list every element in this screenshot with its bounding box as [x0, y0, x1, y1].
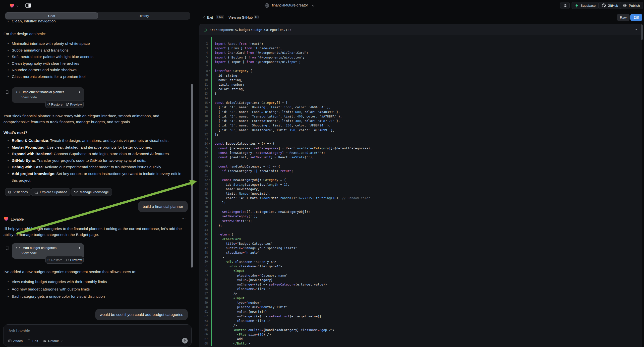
- list-item: Rounded corners and subtle shadows: [4, 67, 186, 74]
- code-line: 28: [200, 160, 642, 164]
- model-selector[interactable]: Default: [43, 339, 63, 343]
- chat-panel: Chat History Clean, intuitive navigation…: [0, 11, 194, 347]
- preview-button[interactable]: Preview: [66, 102, 82, 106]
- line-number: 40: [200, 214, 208, 218]
- code-line: 30 if (!newCategory || !newLimit) return…: [200, 168, 642, 173]
- line-number: 37: [200, 201, 208, 204]
- diff-added-gutter: [211, 173, 212, 178]
- fold-chevron-icon[interactable]: ▾: [208, 165, 211, 168]
- collapse-chevron-up-icon[interactable]: [634, 28, 638, 31]
- view-on-github-button[interactable]: View on GitHub: [228, 16, 253, 20]
- visit-docs-button[interactable]: Visit docs: [5, 188, 31, 196]
- restore-button[interactable]: ↺Restore: [47, 102, 62, 106]
- tab-history[interactable]: History: [98, 12, 190, 19]
- code-line: 34 name: newCategory,: [200, 187, 642, 191]
- file-header[interactable]: src/components/budget/BudgetCategories.t…: [200, 24, 642, 35]
- line-number: 33: [200, 183, 208, 186]
- raw-toggle-button[interactable]: Raw: [617, 14, 630, 21]
- project-name[interactable]: financial-future-creator: [272, 3, 308, 7]
- list-item: Minimalist interface with plenty of whit…: [4, 40, 186, 47]
- line-number: 16: [200, 106, 208, 109]
- bookmark-icon[interactable]: [5, 90, 9, 94]
- line-number: 22: [200, 133, 208, 136]
- code-line: 57 />: [200, 291, 642, 296]
- code-line: 36 color: '#' + Math.floor(Math.random()…: [200, 196, 642, 200]
- settings-button[interactable]: [560, 2, 570, 9]
- lovable-logo-icon[interactable]: [9, 3, 15, 8]
- line-number: 39: [200, 210, 208, 214]
- code-line: 59 type="number": [200, 300, 642, 305]
- message-menu-button[interactable]: ...: [182, 215, 186, 220]
- code-line: 25 const [categories, setCategories] = R…: [200, 146, 642, 150]
- fold-chevron-icon[interactable]: ▾: [208, 142, 211, 144]
- assistant-paragraph: I'll help you add budget categories to t…: [4, 226, 185, 238]
- code-line: 53 placeholder="Category name": [200, 273, 642, 278]
- line-number: 23: [200, 138, 208, 141]
- attach-button[interactable]: Attach: [8, 339, 23, 343]
- code-line: 52 <Input: [200, 268, 642, 273]
- code-line: 32▾ const newCategoryObj: Category = {: [200, 178, 642, 182]
- fold-chevron-icon[interactable]: ▾: [208, 102, 211, 104]
- line-number: 67: [200, 337, 208, 341]
- back-chevron-icon[interactable]: [202, 16, 206, 19]
- edit-mode-button[interactable]: Edit: [27, 339, 38, 343]
- line-number: 8: [200, 69, 208, 73]
- list-item: Add new budget categories with custom li…: [4, 286, 186, 293]
- fold-chevron-icon[interactable]: ▾: [208, 179, 211, 181]
- send-button[interactable]: [182, 338, 188, 344]
- line-number: 29: [200, 164, 208, 168]
- code-line: 3import { Plus } from 'lucide-react';: [200, 46, 642, 50]
- line-number: 3: [200, 46, 208, 50]
- globe-icon: [623, 4, 627, 8]
- line-number: 48: [200, 251, 208, 254]
- publish-button[interactable]: Publish: [620, 2, 643, 9]
- list-item: Each category gets a unique color for vi…: [4, 293, 186, 300]
- line-number: 60: [200, 306, 208, 309]
- chat-composer[interactable]: Ask Lovable... Attach Edit Default: [3, 324, 192, 346]
- code-scrollbar-thumb[interactable]: [641, 24, 643, 40]
- explore-supabase-button[interactable]: Explore Supabase: [31, 188, 70, 196]
- chat-scrollbar-thumb[interactable]: [191, 84, 193, 268]
- line-number: 1: [200, 37, 208, 41]
- code-line: 10 name: string;: [200, 78, 642, 82]
- code-line: 9 id: string;: [200, 73, 642, 78]
- line-number: 38: [200, 205, 208, 209]
- diff-added-gutter: [211, 160, 212, 164]
- exit-button[interactable]: Exit: [207, 16, 213, 20]
- line-number: 24: [200, 142, 208, 145]
- tab-chat[interactable]: Chat: [6, 12, 98, 19]
- manage-knowledge-button[interactable]: Manage knowledge: [71, 188, 112, 196]
- supabase-button[interactable]: Supabase: [572, 2, 599, 9]
- line-number: 42: [200, 224, 208, 227]
- code-line: 46 title="Budget Categories": [200, 241, 642, 246]
- project-globe-icon: [264, 3, 270, 8]
- list-item: Glass-morphic elements for a premium fee…: [4, 74, 186, 80]
- line-number: 10: [200, 78, 208, 82]
- preview-button[interactable]: Preview: [66, 258, 82, 262]
- version-card-actions: ↺Restore Preview: [45, 256, 84, 264]
- lovable-avatar: [3, 216, 9, 222]
- list-item: Refine & Customize: Tweak the design, an…: [4, 138, 186, 144]
- diff-added-gutter: [211, 205, 212, 209]
- chevron-right-icon: [78, 90, 81, 94]
- code-line: 15▾const defaultCategories: Category[] =…: [200, 100, 642, 105]
- code-line: 23: [200, 137, 642, 142]
- fold-chevron-icon[interactable]: ▾: [208, 70, 211, 72]
- project-chevron-down-icon[interactable]: [312, 4, 315, 8]
- code-line: 35 limit: Number(newLimit),: [200, 192, 642, 196]
- view-code-link[interactable]: View code: [12, 94, 84, 99]
- logo-chevron-down-icon[interactable]: [16, 4, 19, 8]
- line-number: 55: [200, 283, 208, 286]
- toggle-sidebar-icon[interactable]: [25, 2, 31, 9]
- diff-toggle-button[interactable]: Diff: [630, 14, 642, 21]
- view-code-link[interactable]: View code: [12, 250, 84, 255]
- code-brackets-icon: < >: [16, 90, 20, 94]
- code-line: 50 <div className="space-y-6">: [200, 260, 642, 264]
- code-editor[interactable]: 12import React from 'react';3import { Pl…: [200, 35, 642, 346]
- github-button[interactable]: GitHub: [598, 2, 621, 9]
- bookmark-icon[interactable]: [5, 246, 9, 250]
- line-number: 7: [200, 65, 208, 68]
- restore-button[interactable]: ↺Restore: [47, 258, 62, 262]
- line-number: 58: [200, 296, 208, 300]
- code-line: 7: [200, 64, 642, 69]
